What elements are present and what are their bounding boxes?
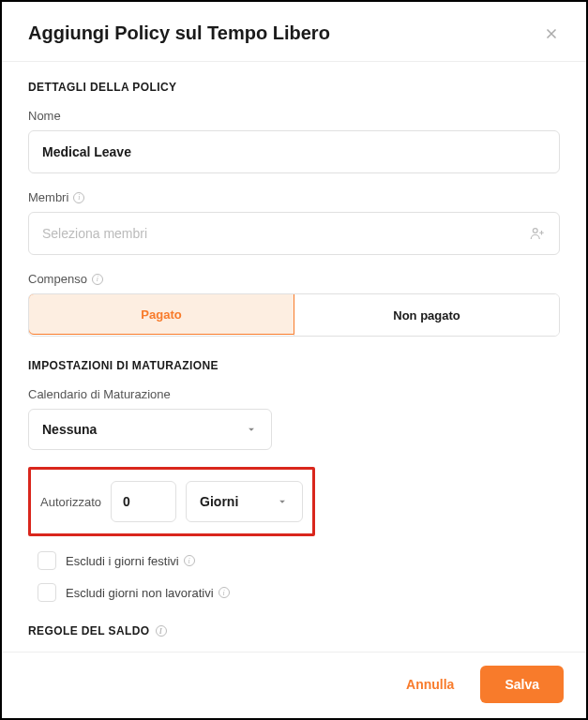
exclude-holidays-label-text: Escludi i giorni festivi xyxy=(66,554,179,568)
members-label: Membri i xyxy=(28,190,560,204)
members-label-text: Membri xyxy=(28,190,68,204)
allowed-label: Autorizzato xyxy=(40,495,101,509)
unit-value: Giorni xyxy=(200,494,238,509)
compensation-segmented: Pagato Non pagato xyxy=(28,293,560,337)
schedule-select[interactable]: Nessuna xyxy=(28,409,272,450)
members-placeholder: Seleziona membri xyxy=(42,226,147,241)
field-name: Nome xyxy=(28,109,560,173)
section-heading-balance: REGOLE DEL SALDO i xyxy=(28,624,560,638)
section-heading-accrual: IMPOSTAZIONI DI MATURAZIONE xyxy=(28,359,560,372)
exclude-nonworking-checkbox[interactable] xyxy=(38,583,56,602)
schedule-value: Nessuna xyxy=(42,422,97,437)
exclude-holidays-row: Escludi i giorni festivi i xyxy=(28,551,560,570)
field-schedule: Calendario di Maturazione Nessuna xyxy=(28,387,560,450)
info-icon: i xyxy=(156,625,167,637)
balance-heading-text: REGOLE DEL SALDO xyxy=(28,624,150,638)
exclude-nonworking-label-text: Escludi giorni non lavorativi xyxy=(66,586,214,600)
allowed-highlight: Autorizzato Giorni xyxy=(28,467,315,536)
schedule-label: Calendario di Maturazione xyxy=(28,387,560,401)
section-heading-details: DETTAGLI DELLA POLICY xyxy=(28,81,560,94)
close-button[interactable] xyxy=(543,25,560,42)
name-label: Nome xyxy=(28,109,560,123)
save-button[interactable]: Salva xyxy=(480,666,564,703)
name-input[interactable] xyxy=(28,130,560,173)
modal-footer: Annulla Salva xyxy=(2,652,586,718)
modal-header: Aggiungi Policy sul Tempo Libero xyxy=(2,2,586,62)
field-members: Membri i Seleziona membri xyxy=(28,190,560,255)
user-add-icon xyxy=(529,226,546,241)
exclude-nonworking-label: Escludi giorni non lavorativi i xyxy=(66,586,230,600)
exclude-holidays-checkbox[interactable] xyxy=(38,551,56,570)
allowed-input[interactable] xyxy=(111,481,176,522)
modal-title: Aggiungi Policy sul Tempo Libero xyxy=(28,22,330,44)
cancel-button[interactable]: Annulla xyxy=(395,668,465,701)
info-icon: i xyxy=(73,192,84,203)
field-compensation: Compenso i Pagato Non pagato xyxy=(28,272,560,337)
unit-select[interactable]: Giorni xyxy=(186,481,303,522)
chevron-down-icon xyxy=(245,423,258,436)
segment-unpaid[interactable]: Non pagato xyxy=(294,294,559,336)
members-select[interactable]: Seleziona membri xyxy=(28,212,560,255)
compensation-label-text: Compenso xyxy=(28,272,87,286)
info-icon: i xyxy=(92,274,103,285)
exclude-nonworking-row: Escludi giorni non lavorativi i xyxy=(28,583,560,602)
svg-point-0 xyxy=(533,229,537,233)
info-icon: i xyxy=(219,587,230,598)
info-icon: i xyxy=(184,555,195,566)
close-icon xyxy=(543,25,560,42)
modal: Aggiungi Policy sul Tempo Libero DETTAGL… xyxy=(0,0,588,720)
exclude-holidays-label: Escludi i giorni festivi i xyxy=(66,554,195,568)
segment-paid[interactable]: Pagato xyxy=(28,293,294,335)
chevron-down-icon xyxy=(276,495,289,508)
compensation-label: Compenso i xyxy=(28,272,560,286)
modal-body: DETTAGLI DELLA POLICY Nome Membri i Sele… xyxy=(2,62,586,652)
